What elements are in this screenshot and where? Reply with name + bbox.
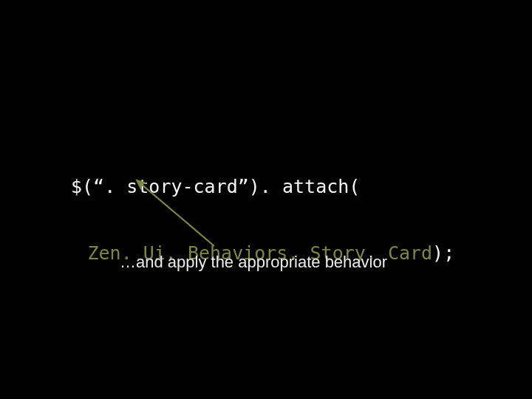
code-tail: ); (432, 242, 454, 264)
caption-text: …and apply the appropriate behavior (120, 253, 387, 272)
slide: $(“. story-card”). attach( Zen. Ui. Beha… (0, 0, 532, 399)
code-block: $(“. story-card”). attach( Zen. Ui. Beha… (71, 132, 454, 309)
code-line-1: $(“. story-card”). attach( (71, 176, 454, 198)
